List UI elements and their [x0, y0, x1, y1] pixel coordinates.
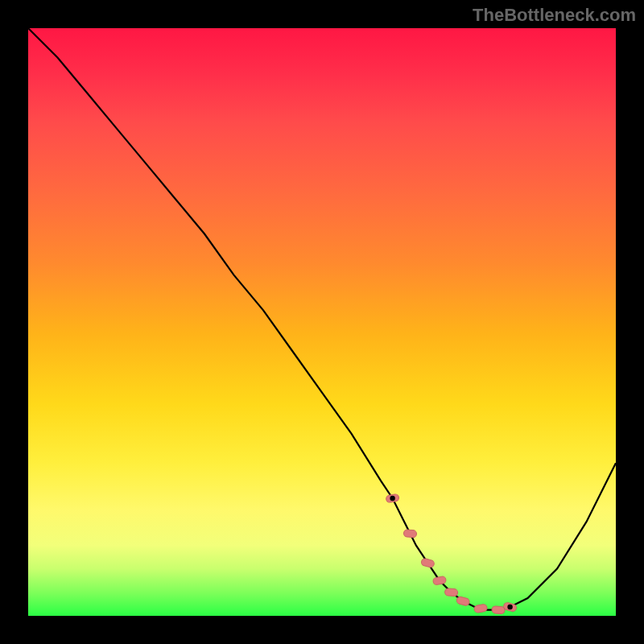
optimal-marker: [456, 596, 470, 606]
optimal-marker: [473, 604, 487, 613]
watermark-text: TheBottleneck.com: [473, 5, 636, 26]
chart-svg: [28, 28, 616, 616]
optimal-marker: [421, 558, 436, 568]
curve-end-dot: [390, 496, 394, 501]
optimal-marker: [403, 530, 417, 538]
bottleneck-curve-line: [28, 28, 616, 610]
optimal-markers: [386, 493, 518, 614]
optimal-marker: [444, 588, 458, 597]
optimal-marker: [432, 576, 446, 585]
curve-end-dot: [507, 605, 512, 609]
chart-frame: TheBottleneck.com: [0, 0, 644, 644]
plot-area: [28, 28, 616, 616]
optimal-marker: [492, 606, 506, 614]
